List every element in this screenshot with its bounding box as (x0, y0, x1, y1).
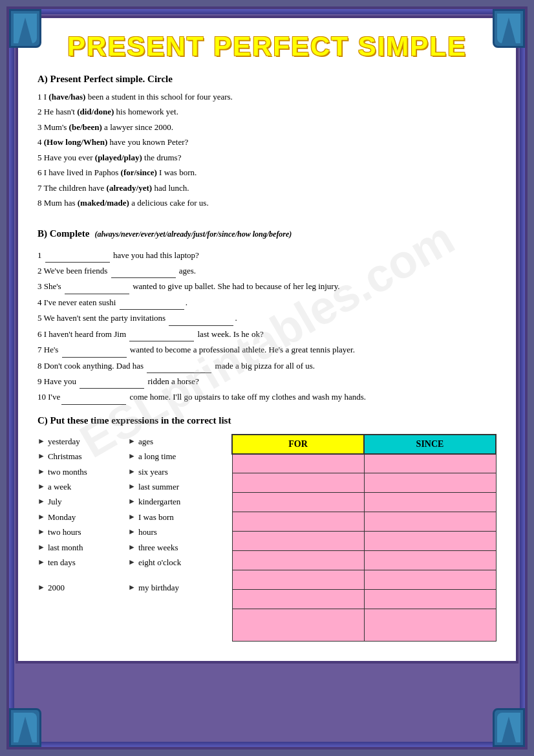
arrow-icon: ► (37, 510, 45, 524)
table-row (232, 551, 496, 570)
td-since[interactable] (364, 454, 496, 473)
corner-br (493, 708, 525, 747)
td-since[interactable] (364, 590, 496, 609)
section-a-line-4: 4 (How long/When) have you known Peter? (37, 135, 497, 149)
section-b-line-5: 5 We haven't sent the party invitations … (37, 311, 497, 325)
word-item-three-weeks: ►three weeks (128, 540, 219, 555)
arrow-icon: ► (128, 480, 136, 494)
word-label: two months (48, 464, 87, 479)
arrow-icon: ► (128, 556, 136, 570)
word-label: I was born (138, 510, 174, 524)
blank-b10[interactable] (61, 390, 126, 404)
section-b-line-10: 10 I've come home. I'll go upstairs to t… (37, 390, 497, 404)
section-b-line-2: 2 We've been friends ages. (37, 264, 497, 278)
word-item-i-was-born: ►I was born (128, 510, 219, 524)
blank-b8[interactable] (147, 359, 211, 373)
blank-b7[interactable] (62, 343, 127, 357)
td-since[interactable] (364, 493, 496, 512)
td-since[interactable] (364, 551, 496, 570)
word-columns: ►yesterday ►Christmas ►two months ►a wee… (37, 434, 219, 570)
section-c-header: C) Put these time expressions in the cor… (37, 415, 497, 426)
arrow-icon: ► (37, 581, 45, 595)
word-label: my birthday (138, 580, 179, 595)
td-for[interactable] (232, 512, 364, 532)
section-a-line-7: 7 The children have (already/yet) had lu… (37, 181, 497, 195)
td-for[interactable] (232, 532, 364, 551)
word-label: a week (48, 479, 71, 494)
word-label: July (48, 494, 62, 509)
blank-b2[interactable] (111, 264, 176, 278)
page-outer: ESLprintables.com PRESENT PERFECT SIMPLE… (6, 6, 528, 750)
td-since[interactable] (364, 512, 496, 532)
section-a-line-1: 1 I (have/has) been a student in this sc… (37, 90, 497, 103)
td-for-last[interactable] (232, 609, 364, 642)
arrow-icon: ► (128, 525, 136, 539)
table-body (232, 454, 496, 642)
word-col-extra-2: ►my birthday (128, 580, 219, 595)
section-b-line-7: 7 He's wanted to become a professional a… (37, 343, 497, 357)
extra-words: ►2000 ►my birthday (37, 580, 219, 595)
section-b-line-3: 3 She's wanted to give up ballet. She ha… (37, 279, 497, 294)
word-item-ten-days: ►ten days (37, 555, 128, 570)
arrow-icon: ► (128, 449, 136, 464)
table-row (232, 570, 496, 590)
word-label: Christmas (48, 449, 82, 464)
word-item-yesterday: ►yesterday (37, 434, 128, 449)
word-item-christmas: ►Christmas (37, 449, 128, 464)
section-c-content: ►yesterday ►Christmas ►two months ►a wee… (37, 434, 497, 642)
word-label: a long time (138, 449, 176, 464)
word-item-last-month: ►last month (37, 540, 128, 555)
table-row (232, 473, 496, 493)
table-row (232, 590, 496, 609)
word-label: six years (138, 464, 168, 479)
section-a-line-3: 3 Mum's (be/been) a lawyer since 2000. (37, 120, 497, 134)
section-b: B) Complete (always/never/ever/yet/alrea… (37, 219, 497, 405)
word-item-hours: ►hours (128, 524, 219, 539)
td-for[interactable] (232, 454, 364, 473)
section-b-line-8: 8 Don't cook anything. Dad has made a bi… (37, 359, 497, 373)
table-row (232, 493, 496, 512)
blank-b6[interactable] (129, 327, 194, 341)
word-col-extra-1: ►2000 (37, 580, 128, 595)
table-row (232, 532, 496, 551)
section-b-line-4: 4 I've never eaten sushi . (37, 296, 497, 310)
arrow-icon: ► (128, 465, 136, 479)
arrow-icon: ► (128, 541, 136, 555)
td-since-last[interactable] (364, 609, 496, 642)
blank-b4[interactable] (120, 296, 184, 310)
arrow-icon: ► (37, 465, 45, 479)
word-item-eight-oclock: ►eight o'clock (128, 555, 219, 570)
section-b-header-row: B) Complete (always/never/ever/yet/alrea… (37, 219, 497, 244)
arrow-icon: ► (128, 435, 136, 449)
arrow-icon: ► (37, 480, 45, 494)
word-item-two-months: ►two months (37, 464, 128, 479)
word-label: eight o'clock (138, 555, 181, 570)
td-for[interactable] (232, 551, 364, 570)
word-item-ages: ►ages (128, 434, 219, 449)
td-since[interactable] (364, 473, 496, 493)
td-for[interactable] (232, 590, 364, 609)
table-row (232, 454, 496, 473)
td-since[interactable] (364, 532, 496, 551)
word-item-a-long-time: ►a long time (128, 449, 219, 464)
word-item-last-summer: ►last summer (128, 479, 219, 494)
td-for[interactable] (232, 493, 364, 512)
blank-b3[interactable] (65, 279, 129, 294)
border-left (9, 48, 14, 708)
blank-b1[interactable] (45, 248, 110, 263)
word-item-my-birthday: ►my birthday (128, 580, 219, 595)
word-label: hours (138, 524, 157, 539)
for-since-table-section: FOR SINCE (231, 434, 497, 642)
word-item-2000: ►2000 (37, 580, 128, 595)
blank-b9[interactable] (80, 374, 144, 389)
td-for[interactable] (232, 473, 364, 493)
word-item-kindergarten: ►kindergarten (128, 494, 219, 509)
word-label: last month (48, 540, 83, 555)
td-since[interactable] (364, 570, 496, 590)
blank-b5[interactable] (169, 311, 233, 325)
section-a-line-2: 2 He hasn't (did/done) his homework yet. (37, 105, 497, 118)
corner-tr (493, 9, 525, 48)
word-item-a-week: ►a week (37, 479, 128, 494)
word-col-1: ►yesterday ►Christmas ►two months ►a wee… (37, 434, 128, 570)
td-for[interactable] (232, 570, 364, 590)
